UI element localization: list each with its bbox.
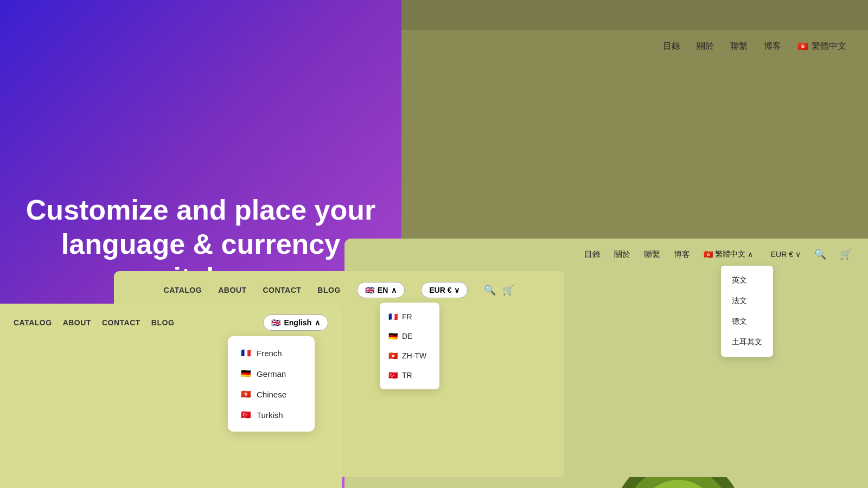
bottom-left-panel: CATALOG ABOUT CONTACT BLOG 🇬🇧 English ∧ …: [0, 304, 342, 488]
eng-nav-about[interactable]: ABOUT: [63, 318, 91, 327]
br-currency-chevron-icon: ∨: [795, 250, 801, 259]
nav-item-blog-zh[interactable]: 博客: [764, 41, 781, 52]
en-dd-tr-flag-icon: 🇹🇷: [388, 371, 398, 380]
eng-uk-flag-icon: 🇬🇧: [271, 318, 280, 327]
eng-chevron-up-icon: ∧: [315, 318, 320, 327]
uk-flag-small-icon: 🇬🇧: [365, 286, 374, 294]
english-language-dropdown: 🇫🇷 French 🇩🇪 German 🇭🇰 Chinese 🇹🇷 Turkis…: [228, 336, 315, 432]
en-nav-contact[interactable]: CONTACT: [263, 286, 301, 294]
lime-decoration-bottom-right: [597, 477, 868, 488]
nav-item-about-zh[interactable]: 關於: [697, 41, 714, 52]
nav-item-contact-zh[interactable]: 聯繫: [730, 41, 748, 52]
en-dd-de-flag-icon: 🇩🇪: [388, 332, 398, 341]
en-dropdown-de[interactable]: 🇩🇪 DE: [380, 326, 439, 346]
eng-dd-chinese[interactable]: 🇭🇰 Chinese: [234, 384, 308, 404]
bottom-right-nav: 目錄 關於 聯繫 博客 🇭🇰 繁體中文 ∧ EUR € ∨ 🔍 🛒: [344, 239, 868, 270]
eng-dd-french[interactable]: 🇫🇷 French: [234, 343, 308, 363]
zh-dropdown-item-turkish[interactable]: 土耳其文: [721, 332, 773, 352]
eng-nav-catalog[interactable]: CATALOG: [14, 318, 52, 327]
en-currency-selector[interactable]: EUR € ∨: [421, 282, 468, 298]
en-dropdown-tr[interactable]: 🇹🇷 TR: [380, 365, 439, 385]
english-lang-selector[interactable]: 🇬🇧 English ∧: [263, 314, 328, 331]
br-nav-contact[interactable]: 聯繫: [644, 249, 660, 260]
eng-nav-contact[interactable]: CONTACT: [102, 318, 141, 327]
eng-nav-blog[interactable]: BLOG: [151, 318, 174, 327]
eng-dd-tr-flag-icon: 🇹🇷: [241, 410, 251, 420]
br-currency-button[interactable]: EUR € ∨: [771, 250, 801, 259]
en-dd-hk-flag-icon: 🇭🇰: [388, 351, 398, 360]
en-cart-button[interactable]: 🛒: [502, 284, 514, 296]
eng-dd-hk-flag-icon: 🇭🇰: [241, 389, 251, 399]
en-nav-catalog[interactable]: CATALOG: [164, 286, 202, 294]
br-cart-button[interactable]: 🛒: [840, 248, 852, 260]
en-nav-about[interactable]: ABOUT: [218, 286, 246, 294]
en-search-button[interactable]: 🔍: [484, 284, 496, 296]
bottom-panel-wrapper: 目錄 關於 聯繫 博客 🇭🇰 繁體中文 ∧ EUR € ∨ 🔍 🛒 英文 法文 …: [0, 239, 868, 488]
br-search-button[interactable]: 🔍: [814, 248, 826, 260]
en-chevron-up-icon: ∧: [391, 286, 397, 294]
top-nav-zh: 目錄 關於 聯繫 博客 🇭🇰 繁體中文: [401, 30, 868, 63]
lang-badge-zh[interactable]: 🇭🇰 繁體中文: [797, 41, 846, 52]
br-lang-chevron-up-icon: ∧: [748, 250, 753, 259]
top-right-panel: 目錄 關於 聯繫 博客 🇭🇰 繁體中文 选择语言 × 🇬🇧 英文 🇫🇷 法文 🇩…: [401, 30, 868, 244]
br-nav-about[interactable]: 關於: [614, 249, 630, 260]
eng-dd-german[interactable]: 🇩🇪 German: [234, 363, 308, 384]
eng-dd-de-flag-icon: 🇩🇪: [241, 369, 251, 378]
br-nav-blog[interactable]: 博客: [674, 249, 690, 260]
br-lang-button[interactable]: 🇭🇰 繁體中文 ∧: [704, 249, 753, 259]
hk-flag-icon: 🇭🇰: [797, 41, 808, 52]
en-nav-blog[interactable]: BLOG: [317, 286, 340, 294]
en-language-dropdown: 🇫🇷 FR 🇩🇪 DE 🇭🇰 ZH-TW 🇹🇷 TR: [380, 303, 439, 389]
zh-language-dropdown: 英文 法文 德文 土耳其文: [721, 266, 773, 357]
en-dropdown-fr[interactable]: 🇫🇷 FR: [380, 307, 439, 326]
zh-dropdown-item-german[interactable]: 德文: [721, 311, 773, 332]
eng-dd-turkish[interactable]: 🇹🇷 Turkish: [234, 404, 308, 425]
en-lang-selector[interactable]: 🇬🇧 EN ∧: [357, 282, 405, 298]
zh-dropdown-item-french[interactable]: 法文: [721, 291, 773, 311]
br-hk-flag-icon: 🇭🇰: [704, 250, 713, 259]
en-dropdown-zh[interactable]: 🇭🇰 ZH-TW: [380, 346, 439, 365]
eng-dd-fr-flag-icon: 🇫🇷: [241, 348, 251, 358]
nav-item-catalog-zh[interactable]: 目錄: [663, 41, 680, 52]
en-currency-chevron-icon: ∨: [454, 286, 459, 294]
en-dd-fr-flag-icon: 🇫🇷: [388, 312, 398, 321]
br-nav-catalog[interactable]: 目錄: [584, 249, 601, 260]
zh-dropdown-item-english[interactable]: 英文: [721, 270, 773, 291]
en-nav-icons: 🔍 🛒: [484, 284, 514, 296]
